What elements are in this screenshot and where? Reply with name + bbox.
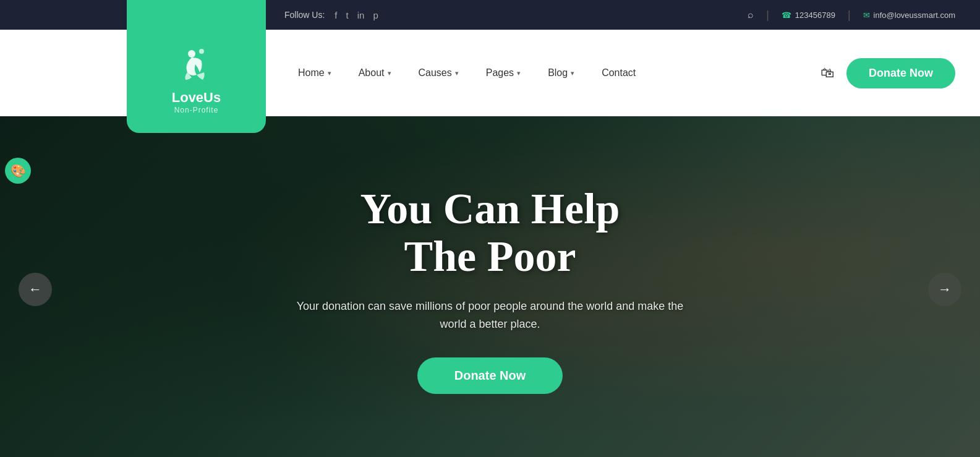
- hero-content: You Can Help The Poor Your donation can …: [274, 185, 707, 395]
- linkedin-icon[interactable]: in: [357, 10, 365, 20]
- email-icon: ✉: [863, 11, 870, 20]
- nav-home[interactable]: Home ▾: [284, 30, 345, 116]
- palette-icon: 🎨: [11, 163, 26, 178]
- pinterest-icon[interactable]: p: [373, 10, 378, 20]
- logo-subtitle: Non-Profite: [174, 106, 219, 114]
- email-contact: ✉ info@loveussmart.com: [863, 11, 955, 20]
- nav-blog[interactable]: Blog ▾: [534, 30, 588, 116]
- divider: |: [766, 9, 769, 22]
- nav-contact[interactable]: Contact: [588, 30, 649, 116]
- cart-icon[interactable]: 🛍: [820, 65, 834, 81]
- search-icon[interactable]: ⌕: [748, 9, 754, 20]
- hero-section: You Can Help The Poor Your donation can …: [0, 116, 980, 457]
- nav-about[interactable]: About ▾: [345, 30, 405, 116]
- facebook-icon[interactable]: f: [334, 10, 337, 20]
- svg-point-0: [188, 50, 195, 58]
- slider-next-button[interactable]: →: [928, 273, 961, 306]
- donate-now-hero-button[interactable]: Donate Now: [417, 357, 563, 394]
- nav-causes[interactable]: Causes ▾: [405, 30, 472, 116]
- hero-title: You Can Help The Poor: [286, 185, 694, 280]
- header-actions: 🛍 Donate Now: [820, 58, 955, 88]
- chevron-down-icon: ▾: [455, 69, 459, 77]
- phone-icon: ☎: [782, 11, 791, 20]
- logo-box[interactable]: LoveUs Non-Profite: [127, 0, 266, 133]
- divider2: |: [848, 9, 851, 22]
- chevron-down-icon: ▾: [517, 69, 521, 77]
- header: LoveUs Non-Profite Home ▾ About ▾ Causes…: [0, 30, 980, 116]
- twitter-icon[interactable]: t: [346, 10, 349, 20]
- logo-icon: [178, 49, 215, 87]
- follow-label: Follow Us:: [284, 10, 325, 20]
- hero-subtitle: Your donation can save millions of poor …: [286, 297, 694, 333]
- chevron-down-icon: ▾: [328, 69, 331, 77]
- logo-name: LoveUs: [172, 90, 221, 106]
- svg-point-1: [199, 49, 204, 54]
- slider-prev-button[interactable]: ←: [19, 273, 52, 306]
- main-nav: Home ▾ About ▾ Causes ▾ Pages ▾ Blog ▾ C…: [284, 30, 649, 116]
- chevron-down-icon: ▾: [571, 69, 574, 77]
- phone-contact: ☎ 123456789: [782, 11, 835, 20]
- chevron-down-icon: ▾: [388, 69, 391, 77]
- email-address: info@loveussmart.com: [874, 11, 955, 20]
- social-section: Follow Us: f t in p: [284, 10, 378, 20]
- contact-section: ⌕ | ☎ 123456789 | ✉ info@loveussmart.com: [748, 9, 955, 22]
- palette-button[interactable]: 🎨: [5, 158, 31, 184]
- nav-pages[interactable]: Pages ▾: [472, 30, 534, 116]
- phone-number: 123456789: [795, 11, 835, 20]
- donate-now-button[interactable]: Donate Now: [846, 58, 955, 88]
- social-icons: f t in p: [334, 10, 378, 20]
